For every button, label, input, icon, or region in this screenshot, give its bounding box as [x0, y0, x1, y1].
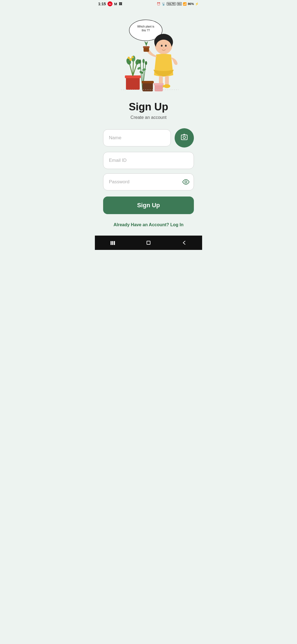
back-button[interactable]: [179, 237, 190, 248]
photo-icon: [181, 133, 188, 142]
login-link[interactable]: Already Have an Account? Log In: [114, 222, 184, 227]
svg-point-42: [129, 58, 132, 61]
plant-girl-illustration: Which plant is this ??: [113, 16, 184, 99]
eye-icon: [182, 178, 189, 185]
hotspot-icon: 📡: [162, 2, 166, 6]
svg-point-32: [142, 59, 145, 63]
password-wrapper: [103, 173, 194, 190]
alarm-icon: ⏰: [157, 2, 161, 6]
network-icon: VoLTE: [167, 2, 176, 6]
svg-point-43: [128, 57, 130, 59]
signup-button[interactable]: Sign Up: [103, 197, 194, 214]
status-time: 1:15: [98, 2, 106, 6]
svg-point-34: [145, 61, 147, 65]
svg-point-47: [183, 136, 186, 139]
svg-point-9: [156, 40, 171, 54]
svg-line-23: [129, 63, 133, 76]
svg-text:Which plant is: Which plant is: [137, 25, 154, 28]
5g-icon: 5G: [177, 2, 182, 6]
login-link-section: Already Have an Account? Log In: [114, 222, 184, 227]
svg-point-37: [142, 68, 146, 71]
svg-text:this ??: this ??: [142, 29, 150, 32]
title-section: Sign Up Create an account: [129, 101, 168, 120]
gallery-icon: 🖼: [119, 2, 122, 6]
charging-icon: ⚡: [195, 2, 199, 6]
page-subtitle: Create an account: [129, 115, 168, 120]
signal-bars-icon: 📶: [183, 2, 187, 6]
email-input[interactable]: [103, 152, 194, 169]
svg-rect-16: [143, 46, 150, 48]
svg-rect-41: [154, 83, 164, 85]
name-input-wrapper: [103, 129, 171, 146]
signup-form: Sign Up: [103, 128, 194, 214]
name-input[interactable]: [103, 129, 171, 146]
home-button[interactable]: [143, 237, 154, 248]
svg-point-11: [165, 45, 167, 47]
svg-rect-52: [147, 241, 150, 244]
svg-point-44: [131, 56, 134, 58]
recent-apps-button[interactable]: [107, 237, 118, 248]
svg-rect-49: [111, 241, 112, 245]
svg-rect-51: [114, 241, 115, 245]
svg-rect-46: [181, 135, 187, 140]
status-right: ⏰ 📡 VoLTE 5G 📶 86% ⚡: [157, 2, 199, 6]
svg-point-12: [163, 48, 164, 48]
svg-rect-18: [165, 76, 169, 86]
photo-upload-button[interactable]: [175, 128, 194, 148]
svg-point-14: [165, 48, 168, 49]
toggle-password-button[interactable]: [182, 178, 189, 185]
name-row: [103, 128, 194, 148]
status-left: 1:15 Jio M 🖼: [98, 1, 122, 6]
svg-rect-21: [126, 77, 140, 90]
gmail-icon: M: [114, 2, 117, 6]
svg-point-30: [139, 59, 141, 64]
svg-rect-50: [112, 241, 113, 245]
page-title: Sign Up: [129, 101, 168, 113]
password-input[interactable]: [103, 173, 194, 190]
svg-point-20: [164, 84, 170, 88]
svg-point-26: [131, 55, 136, 62]
status-bar: 1:15 Jio M 🖼 ⏰ 📡 VoLTE 5G 📶 86% ⚡: [95, 0, 202, 8]
svg-point-10: [161, 45, 163, 47]
jio-badge: Jio: [108, 1, 112, 6]
svg-rect-39: [142, 81, 154, 83]
svg-rect-38: [142, 82, 153, 91]
navigation-bar: [95, 236, 202, 250]
svg-point-13: [159, 48, 162, 49]
battery-indicator: 86%: [188, 2, 194, 6]
svg-point-48: [185, 181, 187, 183]
illustration-container: Which plant is this ??: [113, 16, 184, 99]
main-content: Which plant is this ??: [95, 8, 202, 236]
